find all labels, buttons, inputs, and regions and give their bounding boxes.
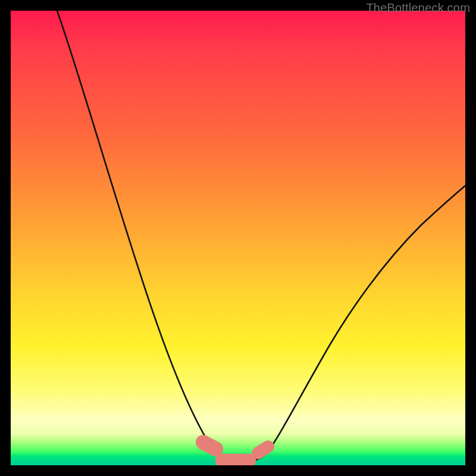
bottleneck-curve-svg [11, 11, 465, 465]
attribution-text: TheBottleneck.com [366, 1, 470, 15]
chart-frame: TheBottleneck.com [0, 0, 476, 476]
curve-left-branch [57, 11, 220, 457]
curve-right-branch [267, 186, 465, 453]
plot-area [11, 11, 465, 465]
marker-bottom [215, 454, 256, 465]
svg-rect-1 [215, 454, 256, 465]
